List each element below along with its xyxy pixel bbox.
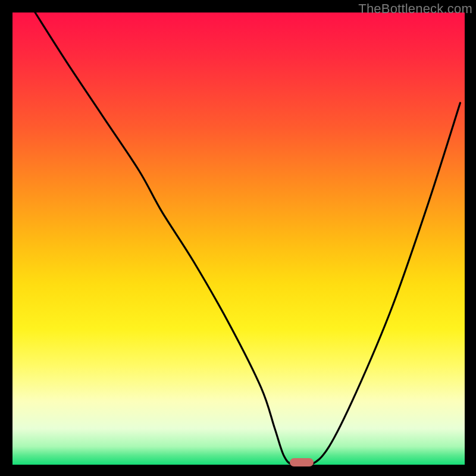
optimal-marker — [290, 458, 314, 466]
plot-area — [12, 12, 465, 465]
watermark-text: TheBottleneck.com — [358, 1, 472, 17]
chart-frame: TheBottleneck.com — [0, 0, 476, 476]
bottleneck-curve — [12, 12, 465, 465]
